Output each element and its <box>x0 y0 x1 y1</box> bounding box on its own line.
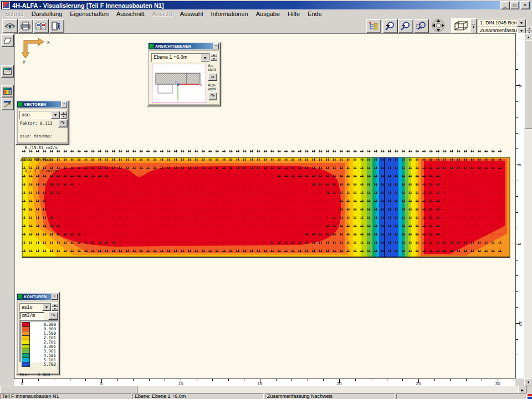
spin-up-icon[interactable]: ▲ <box>60 111 67 115</box>
close-icon[interactable]: ▪ <box>213 43 219 49</box>
vscroll-thumb[interactable] <box>524 40 532 129</box>
printer-icon <box>21 22 30 30</box>
arrow-right-icon: ⇒ <box>211 74 214 80</box>
exit-button[interactable] <box>49 19 64 33</box>
levels-window-titlebar[interactable]: ANSICHT/EBENEN ▪ <box>149 43 219 49</box>
menu-item-ende[interactable]: Ende <box>304 11 326 17</box>
hscroll-right-button[interactable]: ▶ <box>518 386 526 393</box>
chevron-down-icon[interactable]: ▼ <box>51 111 60 119</box>
display-eye-button[interactable] <box>2 19 18 33</box>
level-spinner[interactable]: ▲ ▼ <box>211 53 217 61</box>
zoom-window-icon <box>416 21 427 31</box>
vector-stat-line: as2o: Min/Max: <box>20 158 57 162</box>
vectors-window-button[interactable] <box>1 98 14 110</box>
ruler-tick <box>516 212 518 213</box>
zoom-in-button[interactable] <box>382 19 398 33</box>
level-preview[interactable]: x y z <box>152 64 206 103</box>
ruler-tick <box>516 181 518 181</box>
vscroll-up-button[interactable]: ▲ <box>524 33 532 41</box>
horizontal-scrollbar[interactable]: ▶ <box>0 386 525 393</box>
drawing-canvas[interactable]: x y <box>14 33 516 379</box>
plane-select-button[interactable] <box>1 34 14 47</box>
ruler-tick <box>516 133 518 134</box>
x-axis-label: x <box>47 39 50 45</box>
contour-redraw-button[interactable]: ↷ <box>48 311 58 320</box>
contours-window[interactable]: KONTUREN ▪ as1o ▼ ▲ ▼ cm2/m ↷ 0.3000.900… <box>16 292 60 375</box>
minimize-button[interactable]: _ <box>500 1 510 9</box>
ruler-tick <box>516 54 518 54</box>
ruler-tick <box>133 379 134 381</box>
redraw-arrow-icon: ↷ <box>211 93 215 99</box>
menu-item-auswahl[interactable]: Auswahl <box>176 11 207 17</box>
close-icon[interactable]: ▪ <box>61 101 67 108</box>
contour-combo[interactable]: as1o ▼ <box>19 303 52 311</box>
arrow-right-icon: ▶ <box>521 388 524 392</box>
vector-redraw-button[interactable]: ↷ <box>58 119 68 127</box>
menu-item-darstellung[interactable]: Darstellung <box>28 11 66 17</box>
vectors-window-titlebar[interactable]: VEKTOREN ▪ <box>17 101 68 108</box>
vector-combo[interactable]: aso ▼ <box>19 111 60 119</box>
print-button[interactable] <box>18 19 33 33</box>
result-tree-button[interactable] <box>366 19 381 33</box>
contours-window-button[interactable] <box>1 85 14 98</box>
contours-window-titlebar[interactable]: KONTUREN ▪ <box>17 294 58 300</box>
status-model: Teil F Innenausbauten N1 <box>0 393 131 399</box>
ruler-tick <box>402 379 403 381</box>
maximize-button[interactable]: □ <box>510 1 519 9</box>
ruler-tick <box>197 379 197 381</box>
levels-window-icon <box>3 68 12 75</box>
menu-bar: SchnittDarstellungEigenschaftenAusschnit… <box>1 10 531 18</box>
ruler-tick <box>371 379 371 381</box>
vscroll-down-button[interactable]: ▼ <box>524 378 532 386</box>
eye-icon <box>4 22 16 30</box>
vector-spinner[interactable]: ▲ ▼ <box>60 111 67 118</box>
view-apply-button[interactable]: ⇒ <box>208 73 217 81</box>
contour-spinner[interactable]: ▲ ▼ <box>52 303 58 310</box>
ruler-tick <box>434 379 435 381</box>
vectors-window[interactable]: VEKTOREN ▪ aso ▼ ▲ ▼ Faktor: 0.112 ↷ as1… <box>16 100 69 145</box>
vertical-scrollbar[interactable]: ▲ ▼ <box>524 33 532 386</box>
pan-control[interactable] <box>429 18 448 33</box>
menu-item-eigenschaften[interactable]: Eigenschaften <box>66 11 112 17</box>
ruler-tick <box>516 307 518 308</box>
chevron-down-icon[interactable]: ▼ <box>517 19 526 27</box>
contour-plot[interactable] <box>22 147 510 258</box>
levels-window[interactable]: ANSICHT/EBENEN ▪ Ebene 1 +6.0m ▼ ▲ ▼ <box>147 42 221 106</box>
svg-text:z: z <box>175 80 177 84</box>
menu-item-ausschnitt[interactable]: Ausschnitt <box>112 11 149 17</box>
chevron-down-icon[interactable]: ▼ <box>42 304 51 311</box>
vectors-window-title: VEKTOREN <box>24 103 61 106</box>
spin-down-icon[interactable]: ▼ <box>211 57 217 61</box>
svg-text:x: x <box>200 83 202 86</box>
spin-down-icon[interactable]: ▼ <box>60 115 67 119</box>
left-tool-column <box>0 33 15 392</box>
ruler-tick <box>482 379 482 381</box>
ruler-tick <box>228 379 229 381</box>
close-icon[interactable]: ▪ <box>52 294 58 300</box>
ruler-tick <box>514 379 514 381</box>
menu-item-hilfe[interactable]: Hilfe <box>284 11 304 17</box>
design-combo[interactable]: 1: DIN 1045 Bemessung ▼ <box>478 19 526 27</box>
hscroll-thumb[interactable] <box>0 386 137 393</box>
app-window: { "window": { "title": "4H-ALFA - Visual… <box>0 0 532 399</box>
report-button[interactable] <box>33 19 49 33</box>
levels-window-button[interactable] <box>1 65 14 78</box>
select-apply-button[interactable]: ↷ <box>208 92 217 100</box>
chevron-down-icon[interactable]: ▼ <box>201 54 209 62</box>
contours-window-title: KONTUREN <box>24 295 52 299</box>
spin-up-icon[interactable]: ▲ <box>52 303 58 307</box>
title-bar[interactable]: 4H-ALFA - Visualisierung [Teil F Innenau… <box>1 1 531 9</box>
spin-up-icon[interactable]: ▲ <box>526 27 532 30</box>
close-button[interactable]: × <box>520 1 530 9</box>
view-3d-button[interactable] <box>451 18 471 34</box>
level-combo[interactable]: Ebene 1 +6.0m ▼ <box>151 53 210 62</box>
zoom-out-button[interactable] <box>398 19 413 33</box>
menu-item-informationen[interactable]: Informationen <box>207 11 252 17</box>
view-3d-dropdown[interactable]: ▼ <box>470 18 477 34</box>
spin-down-icon[interactable]: ▼ <box>52 307 58 311</box>
ruler-tick <box>516 291 518 292</box>
ruler-tick <box>516 275 518 276</box>
spin-up-icon[interactable]: ▲ <box>211 53 217 57</box>
zoom-window-button[interactable] <box>413 19 429 33</box>
menu-item-ausgabe[interactable]: Ausgabe <box>252 11 284 17</box>
